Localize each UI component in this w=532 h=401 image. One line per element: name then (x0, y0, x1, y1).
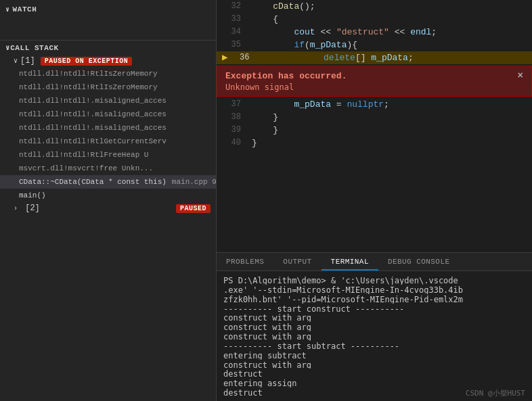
frame-2[interactable]: ntdll.dll!ntdll!.misaligned_acces (0, 94, 216, 108)
frame-1[interactable]: ntdll.dll!ntdll!RtlIsZeroMemory (0, 80, 216, 94)
term-line-2: zfzk0hh.bnt' '--pid=Microsoft-MIEngine-P… (223, 294, 525, 304)
watch-label: WATCH (13, 5, 37, 14)
code-line-36: ▶ 36 delete[] m_pData; (217, 51, 532, 64)
code-line-39: 39 } (217, 124, 532, 137)
term-line-4: construct with arg (223, 312, 525, 322)
highlight-frame-name: CData::~CData(CData * const this) (19, 176, 167, 188)
term-line-0: PS D:\Algorithm\demo> & 'c:\Users\jayden… (223, 275, 525, 285)
left-panel: ∨ WATCH ∨ CALL STACK ∨ [1] PAUSED ON EXC… (0, 0, 217, 401)
term-line-3: ---------- start construct ---------- (223, 304, 525, 313)
exception-close-button[interactable]: × (518, 70, 523, 81)
tab-output[interactable]: OUTPUT (273, 254, 321, 270)
code-lines: 32 cData(); 33 { 34 cout << "destruct" <… (217, 0, 532, 252)
right-panel: 32 cData(); 33 { 34 cout << "destruct" <… (217, 0, 532, 401)
code-line-35: 35 if(m_pData){ (217, 39, 532, 51)
line-num-37: 37 (222, 98, 241, 111)
bottom-area: PROBLEMS OUTPUT TERMINAL DEBUG CONSOLE P… (217, 252, 532, 401)
terminal-area[interactable]: PS D:\Algorithm\demo> & 'c:\Users\jayden… (217, 271, 532, 401)
frame-7[interactable]: msvcrt.dll!msvcrt!free Unkn... (0, 162, 216, 175)
thread1-label: [1] (20, 56, 35, 66)
term-line-5: construct with arg (223, 322, 525, 331)
line-num-35: 35 (222, 39, 241, 51)
watch-section: ∨ WATCH (0, 0, 216, 41)
paused-on-exception-badge: PAUSED ON EXCEPTION (41, 57, 133, 66)
code-line-38: 38 } (217, 111, 532, 124)
tab-debug-console[interactable]: DEBUG CONSOLE (378, 254, 460, 270)
code-line-32: 32 cData(); (217, 0, 532, 13)
code-line-34: 34 cout << "destruct" << endl; (217, 26, 532, 39)
call-stack-label: CALL STACK (10, 44, 59, 52)
exception-title: Exception has occurred. × (225, 70, 523, 81)
thread1-chevron: ∨ (14, 57, 18, 65)
bottom-tabs: PROBLEMS OUTPUT TERMINAL DEBUG CONSOLE (217, 252, 532, 271)
thread-1-item[interactable]: ∨ [1] PAUSED ON EXCEPTION (0, 55, 216, 67)
main-frame-name: main() (19, 189, 46, 202)
frame-0[interactable]: ntdll.dll!ntdll!RtlIsZeroMemory (0, 67, 216, 80)
frame-4[interactable]: ntdll.dll!ntdll!.misaligned_acces (0, 121, 216, 135)
call-stack-section: ∨ CALL STACK ∨ [1] PAUSED ON EXCEPTION n… (0, 41, 216, 401)
frame-5[interactable]: ntdll.dll!ntdll!RtlGetCurrentServ (0, 135, 216, 148)
term-line-8: entering subtract (223, 350, 525, 360)
line-num-40: 40 (222, 137, 241, 149)
watch-header[interactable]: ∨ WATCH (0, 3, 216, 16)
line-num-34: 34 (222, 26, 241, 39)
term-line-7: ---------- start subtract ---------- (223, 341, 525, 350)
main-frame[interactable]: main() (0, 189, 216, 202)
line-num-36: 36 (230, 51, 249, 64)
exception-popup: Exception has occurred. × Unknown signal (217, 66, 532, 97)
code-line-40: 40 } (217, 137, 532, 149)
call-stack-chevron: ∨ (5, 43, 10, 52)
frame-6[interactable]: ntdll.dll!ntdll!RtlFreeHeap U (0, 148, 216, 162)
thread2-label: [2] (25, 204, 40, 213)
tab-terminal[interactable]: TERMINAL (322, 254, 378, 270)
debug-arrow: ▶ (222, 51, 227, 64)
main-layout: ∨ WATCH ∨ CALL STACK ∨ [1] PAUSED ON EXC… (0, 0, 532, 401)
code-line-37: 37 m_pData = nullptr; (217, 98, 532, 111)
frame-3[interactable]: ntdll.dll!ntdll!.misaligned_acces (0, 108, 216, 121)
line-num-32: 32 (222, 0, 241, 13)
exception-message: Unknown signal (225, 82, 523, 92)
term-line-10: destruct (223, 369, 525, 378)
term-line-9: construct with arg (223, 360, 525, 369)
call-stack-header[interactable]: ∨ CALL STACK (0, 41, 216, 55)
line-num-38: 38 (222, 111, 241, 124)
term-line-11: entering assign (223, 378, 525, 387)
line-num-33: 33 (222, 13, 241, 26)
tab-problems[interactable]: PROBLEMS (217, 254, 273, 270)
highlight-frame[interactable]: CData::~CData(CData * const this) main.c… (0, 175, 216, 189)
line-num-39: 39 (222, 124, 241, 137)
exception-title-text: Exception has occurred. (225, 71, 347, 81)
term-line-6: construct with arg (223, 331, 525, 341)
code-area: 32 cData(); 33 { 34 cout << "destruct" <… (217, 0, 532, 252)
code-line-33: 33 { (217, 13, 532, 26)
watermark: CSDN @小桀HUST (466, 388, 525, 398)
highlight-frame-file: main.cpp 91:1 (172, 176, 216, 188)
watch-chevron: ∨ (5, 5, 10, 14)
thread-2-item[interactable]: › [2] PAUSED (0, 202, 216, 214)
term-line-1: .exe' '--stdin=Microsoft-MIEngine-In-4cv… (223, 285, 525, 294)
thread2-paused-badge: PAUSED (176, 204, 210, 213)
